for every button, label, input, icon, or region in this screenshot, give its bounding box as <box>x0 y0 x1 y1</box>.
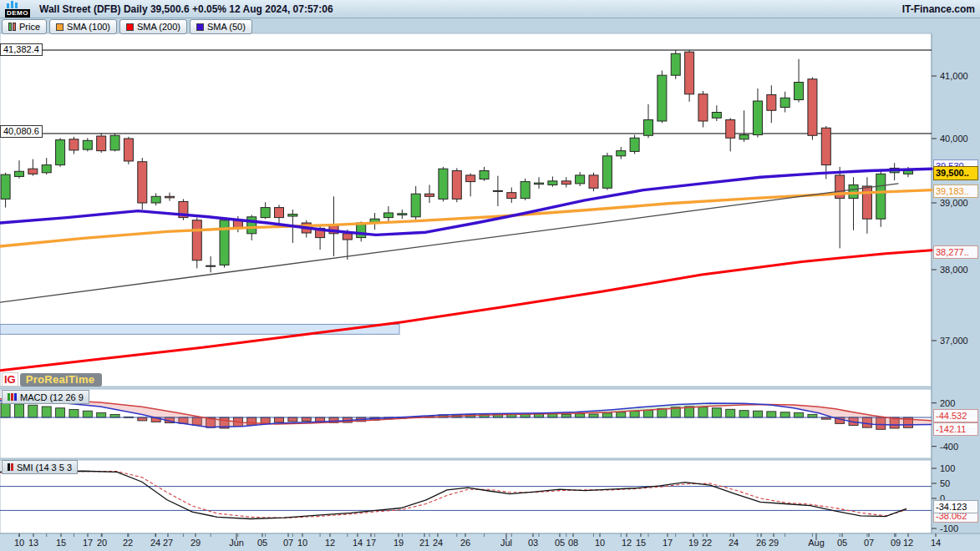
candle-up <box>110 135 119 150</box>
macd-histogram-bar <box>576 414 585 417</box>
candle-up <box>520 182 530 199</box>
candle-up <box>576 175 585 184</box>
candle-up <box>480 171 489 179</box>
macd-tick-label: -400 <box>940 442 958 452</box>
candle-up <box>439 169 448 199</box>
candle-down <box>698 94 708 121</box>
legend-chip-price[interactable]: Price <box>2 19 47 34</box>
date-label: 26 <box>756 538 766 548</box>
macd-histogram-bar <box>69 409 79 417</box>
macd-histogram-bar <box>56 408 65 417</box>
macd-histogram-bar <box>138 417 147 421</box>
date-label: 20 <box>97 538 107 548</box>
legend-chip-sma50[interactable]: SMA (50) <box>190 19 252 34</box>
macd-histogram-bar <box>698 407 708 417</box>
candle-down <box>821 128 830 164</box>
demo-badge: DEMO <box>5 1 33 18</box>
date-label: 07 <box>864 538 874 548</box>
date-label: 29 <box>190 538 201 548</box>
macd-histogram-bar <box>302 417 311 421</box>
macd-histogram-bar <box>630 412 639 417</box>
candle-up <box>617 151 626 156</box>
date-label: 12 <box>622 538 632 548</box>
candle-down <box>507 193 516 199</box>
date-label: 10 <box>14 538 24 548</box>
candle-up <box>904 170 913 174</box>
macd-histogram-bar <box>288 417 297 422</box>
candle-down <box>589 175 598 188</box>
smi-indicator-label: SMI (14 3 5 3 <box>17 463 72 473</box>
ig-logo: IG <box>2 372 18 387</box>
macd-indicator-label: MACD (12 26 9 <box>20 392 84 402</box>
smi-tick-label: 100 <box>940 463 955 473</box>
instrument-title: Wall Street (DFB) Daily 39,500.6 +0.05% … <box>39 3 333 15</box>
date-axis-strip <box>0 533 980 551</box>
candle-down <box>767 95 776 111</box>
charting-app: 41,00040,00039,00038,00037,000200-400100… <box>0 0 980 551</box>
candle-up <box>602 156 612 189</box>
macd-histogram-bar <box>28 405 38 417</box>
macd-histogram-bar <box>83 411 92 417</box>
candle-up <box>247 217 256 234</box>
date-label: 12 <box>325 538 335 548</box>
date-label: 05 <box>257 538 267 548</box>
candle-up <box>671 53 680 75</box>
date-label: 10 <box>297 538 307 548</box>
macd-histogram-bar <box>97 412 106 417</box>
price-tick-label: 41,000 <box>940 71 968 81</box>
smi-panel <box>0 460 932 533</box>
price-tick-label: 39,000 <box>940 198 968 208</box>
chart-canvas[interactable]: 41,00040,00039,00038,00037,000200-400100… <box>0 0 980 551</box>
macd-histogram-bar <box>602 413 612 417</box>
macd-histogram-bar <box>14 404 23 417</box>
date-label: Jun <box>229 538 244 548</box>
date-label: 17 <box>83 538 93 548</box>
price-tick-label: 40,000 <box>940 134 968 144</box>
macd-histogram-bar <box>42 407 51 417</box>
legend-chip-sma200[interactable]: SMA (200) <box>119 19 187 34</box>
candle-down <box>343 234 352 240</box>
date-label: 29 <box>769 538 779 548</box>
candle-down <box>275 208 284 218</box>
candle-down <box>97 136 106 151</box>
candle-down <box>452 171 461 200</box>
date-label: 24 <box>433 538 443 548</box>
candle-down <box>466 175 475 182</box>
macd-histogram-bar <box>589 414 598 417</box>
candle-up <box>795 83 804 100</box>
legend-chip-sma100[interactable]: SMA (100) <box>49 19 117 34</box>
date-label: 05 <box>837 538 847 548</box>
candle-down <box>561 181 571 185</box>
sma50-swatch-icon <box>196 23 204 31</box>
macd-indicator-chip[interactable]: MACD (12 26 9 <box>2 390 89 404</box>
prorealtime-watermark: IG ProRealTime <box>2 372 102 387</box>
candle-up <box>56 140 65 165</box>
date-label: 26 <box>460 538 470 548</box>
date-label: 13 <box>28 538 38 548</box>
candle-up <box>398 214 407 215</box>
date-label: 17 <box>663 538 673 548</box>
candle-down <box>138 162 147 203</box>
title-bar: DEMO Wall Street (DFB) Daily 39,500.6 +0… <box>0 0 980 18</box>
smi-indicator-chip[interactable]: SMI (14 3 5 3 <box>2 460 78 474</box>
date-label: 14 <box>931 538 941 548</box>
macd-histogram-bar <box>1 403 10 417</box>
legend-bar: Price SMA (100) SMA (200) SMA (50) <box>0 18 980 33</box>
macd-histogram-bar <box>726 409 735 417</box>
date-label: 10 <box>595 538 605 548</box>
macd-histogram-bar <box>561 414 571 417</box>
macd-histogram-bar <box>739 411 749 417</box>
legend-sma200-label: SMA (200) <box>137 22 180 32</box>
macd-histogram-bar <box>712 408 721 417</box>
macd-histogram-bar <box>780 412 790 417</box>
candle-down <box>69 139 79 150</box>
level-label-40080: 40,080.6 <box>0 125 43 138</box>
smi-tick-label: -100 <box>940 523 958 533</box>
date-label: 14 <box>353 538 363 548</box>
macd-icon <box>8 393 17 401</box>
itfinance-link[interactable]: IT-Finance.com <box>902 3 975 15</box>
date-label: 21 <box>419 538 429 548</box>
candle-down <box>726 120 735 139</box>
date-label: 27 <box>163 538 173 548</box>
candle-down <box>493 190 502 191</box>
